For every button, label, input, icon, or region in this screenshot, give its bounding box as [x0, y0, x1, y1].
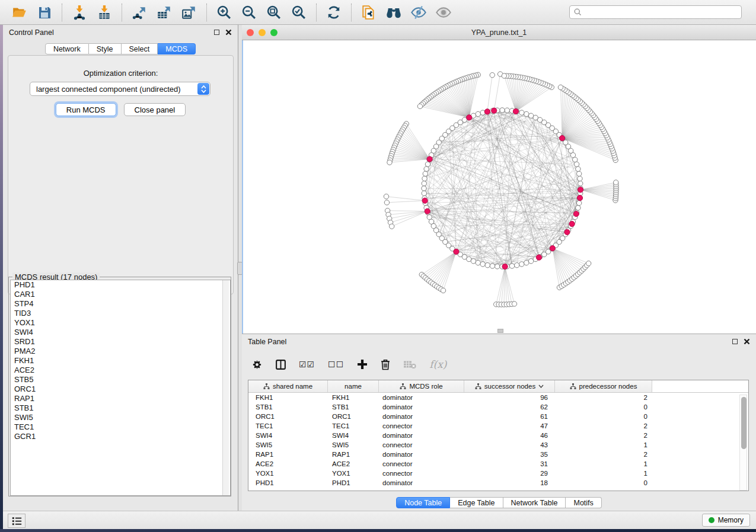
mcds-result-item[interactable]: YOX1 [11, 318, 230, 328]
column-label: name [344, 383, 362, 390]
column-label: MCDS role [409, 383, 442, 390]
deselect-all-button[interactable]: ☐☐ [328, 360, 344, 369]
table-row[interactable]: FKH1FKH1dominator962 [248, 393, 748, 402]
table-row[interactable]: YOX1YOX1connector291 [248, 469, 748, 478]
clone-network-button[interactable] [359, 2, 379, 23]
memory-label: Memory [718, 516, 744, 524]
mcds-result-item[interactable]: ACE2 [11, 366, 230, 375]
clear-table-icon [403, 360, 416, 369]
export-image-button[interactable] [179, 2, 199, 23]
add-column-button[interactable] [357, 357, 368, 372]
column-header-shared-name[interactable]: shared name [248, 380, 328, 392]
export-table-button[interactable] [154, 2, 174, 23]
open-file-button[interactable] [9, 2, 30, 23]
apply-function-button[interactable]: f(x) [429, 358, 446, 370]
mcds-result-item[interactable]: CAR1 [11, 290, 230, 299]
column-header-name[interactable]: name [328, 380, 379, 392]
result-list-scrollbar[interactable] [222, 280, 229, 495]
mcds-result-item[interactable]: SWI4 [11, 328, 230, 337]
table-row[interactable]: ORC1ORC1dominator610 [248, 412, 748, 421]
mcds-result-item[interactable]: ORC1 [11, 384, 230, 394]
zoom-fit-icon [266, 4, 282, 21]
list-icon [12, 517, 22, 525]
refresh-button[interactable] [324, 2, 344, 23]
select-all-button[interactable]: ☑☑ [299, 360, 315, 369]
toolbar-separator [206, 4, 207, 21]
toolbar-search-field[interactable] [569, 5, 742, 19]
tab-network-table[interactable]: Network Table [503, 497, 566, 508]
run-mcds-button[interactable]: Run MCDS [56, 103, 116, 116]
table-row[interactable]: TEC1TEC1connector472 [248, 421, 748, 431]
cell-MCDS-role: connector [379, 469, 464, 478]
toolbar-separator [351, 4, 352, 21]
table-row[interactable]: PHD1PHD1dominator180 [248, 478, 748, 488]
float-table-panel-icon[interactable] [732, 339, 738, 344]
cell-MCDS-role: dominator [379, 478, 464, 488]
mcds-result-item[interactable]: SWI5 [11, 413, 230, 422]
horizontal-splitter-handle[interactable] [497, 329, 503, 333]
mcds-result-item[interactable]: PMA2 [11, 347, 230, 356]
column-header-successor-nodes[interactable]: successor nodes [464, 380, 555, 392]
zoom-out-button[interactable] [239, 2, 259, 23]
table-row[interactable]: SWI4SWI4dominator462 [248, 431, 748, 440]
table-settings-button[interactable] [251, 357, 263, 372]
network-graph[interactable] [243, 40, 756, 334]
mcds-result-item[interactable]: PHD1 [11, 280, 230, 290]
column-header-MCDS-role[interactable]: MCDS role [379, 380, 464, 392]
delete-column-button[interactable] [381, 357, 390, 372]
tab-select[interactable]: Select [122, 43, 158, 55]
zoom-fit-button[interactable] [264, 2, 284, 23]
zoom-in-icon [216, 4, 232, 21]
cell-MCDS-role: dominator [379, 412, 464, 421]
cell-name: ACE2 [328, 459, 379, 469]
clear-table-button[interactable] [403, 357, 416, 372]
table-row[interactable]: ACE2ACE2connector311 [248, 459, 748, 469]
search-input[interactable] [585, 8, 738, 17]
save-session-button[interactable] [34, 2, 55, 23]
columns-icon [276, 360, 286, 370]
tab-network[interactable]: Network [45, 43, 89, 55]
mcds-result-item[interactable]: SRD1 [11, 337, 230, 347]
import-table-button[interactable] [94, 2, 114, 23]
tab-edge-table[interactable]: Edge Table [450, 497, 503, 508]
table-row[interactable]: STB1STB1dominator620 [248, 402, 748, 412]
table-row[interactable]: RAP1RAP1dominator352 [248, 450, 748, 459]
mcds-result-item[interactable]: STP4 [11, 299, 230, 309]
mcds-result-item[interactable]: RAP1 [11, 394, 230, 403]
zoom-in-button[interactable] [214, 2, 234, 23]
table-scrollbar-thumb[interactable] [741, 397, 747, 449]
mcds-result-item[interactable]: STB1 [11, 403, 230, 413]
column-header-predecessor-nodes[interactable]: predecessor nodes [555, 380, 652, 392]
close-panel-icon[interactable] [225, 29, 232, 36]
close-panel-button[interactable]: Close panel [124, 103, 186, 116]
mcds-result-item[interactable]: FKH1 [11, 356, 230, 366]
column-visibility-button[interactable] [276, 357, 286, 372]
memory-button[interactable]: Memory [702, 514, 750, 527]
column-type-icon [570, 383, 576, 390]
hide-selected-button[interactable] [409, 2, 429, 23]
search-network-button[interactable] [384, 2, 404, 23]
tab-style[interactable]: Style [89, 43, 122, 55]
mcds-result-item[interactable]: GCR1 [11, 432, 230, 441]
mcds-result-item[interactable]: STB5 [11, 375, 230, 384]
export-network-button[interactable] [129, 2, 149, 23]
network-canvas[interactable] [242, 40, 756, 334]
task-history-button[interactable] [8, 514, 25, 528]
show-all-button[interactable] [433, 2, 454, 23]
tab-motifs[interactable]: Motifs [566, 497, 601, 508]
tab-node-table[interactable]: Node Table [396, 497, 450, 508]
float-panel-icon[interactable] [214, 30, 219, 35]
cell-shared-name: SWI5 [248, 440, 328, 450]
cell-MCDS-role: dominator [379, 450, 464, 459]
zoom-selected-button[interactable] [289, 2, 309, 23]
table-row[interactable]: SWI5SWI5connector431 [248, 440, 748, 450]
cell-name: TEC1 [328, 421, 379, 431]
close-table-panel-icon[interactable] [744, 338, 750, 345]
mcds-result-item[interactable]: TEC1 [11, 422, 230, 432]
optimization-criterion-dropdown[interactable]: largest connected component (undirected) [30, 82, 210, 96]
table-scrollbar[interactable] [739, 395, 747, 491]
mcds-result-item[interactable]: TID3 [11, 309, 230, 318]
import-network-button[interactable] [69, 2, 90, 23]
mcds-result-list[interactable]: PHD1CAR1STP4TID3YOX1SWI4SRD1PMA2FKH1ACE2… [10, 280, 231, 496]
tab-mcds[interactable]: MCDS [158, 43, 196, 55]
